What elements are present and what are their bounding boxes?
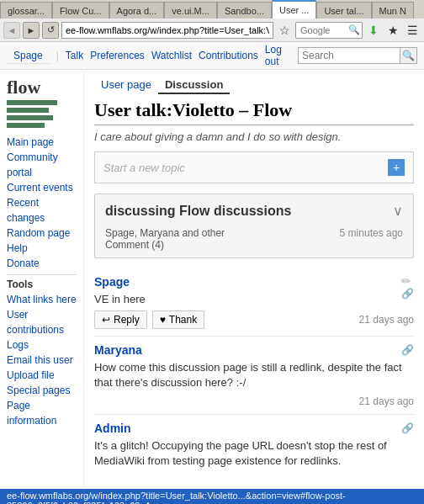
back-button[interactable]: ◄ xyxy=(3,22,20,39)
wiki-search-bar: 🔍 xyxy=(298,47,417,64)
forward-button[interactable]: ► xyxy=(23,22,40,39)
discussion-block: discussing Flow discussions ∨ Spage, Mar… xyxy=(94,194,414,258)
tab-1[interactable]: glossar... xyxy=(0,2,52,19)
browser-search-icon[interactable]: 🔍 xyxy=(348,24,360,35)
tab-2[interactable]: Flow Cu... xyxy=(52,2,109,19)
menu-icon[interactable]: ☰ xyxy=(404,22,421,39)
post-body-admin: It's a glitch! Occupying the page URL do… xyxy=(94,438,414,469)
sidebar-item-donate[interactable]: Donate xyxy=(7,256,77,271)
post-time-maryana: 21 days ago xyxy=(359,395,414,407)
posts-container: ✏ 🔗 Spage VE in here ↩ Reply ♥ Thank 21 … xyxy=(94,268,414,482)
page-subtitle: I care about giving a damn and I do so w… xyxy=(94,130,414,143)
new-topic-button[interactable]: + xyxy=(388,159,405,176)
main-content: User page Discussion User talk:Violetto … xyxy=(84,70,424,489)
thank-label: Thank xyxy=(169,314,197,326)
sidebar-divider xyxy=(7,274,77,275)
sidebar-item-user-contributions[interactable]: User contributions xyxy=(7,307,77,337)
sidebar: flow Main page Community portal Current … xyxy=(0,70,84,489)
sidebar-item-random-page[interactable]: Random page xyxy=(7,225,77,241)
sidebar-item-upload-file[interactable]: Upload file xyxy=(7,368,77,383)
link-icon-admin[interactable]: 🔗 xyxy=(401,422,414,434)
tab-7[interactable]: User tal... xyxy=(316,2,371,19)
chevron-icon[interactable]: ∨ xyxy=(393,203,403,219)
post-icons-maryana: 🔗 xyxy=(401,343,414,356)
post-maryana: 🔗 Maryana How come this discussion page … xyxy=(94,336,414,413)
sidebar-item-help[interactable]: Help xyxy=(7,241,77,256)
post-icons-admin: 🔗 xyxy=(401,422,414,434)
browser-search-input[interactable] xyxy=(298,25,348,35)
sidebar-item-current-events[interactable]: Current events xyxy=(7,180,77,195)
discussion-comment-time: 5 minutes ago xyxy=(340,227,403,239)
tab-8[interactable]: Mun N xyxy=(372,2,414,19)
sidebar-item-what-links-here[interactable]: What links here xyxy=(7,292,77,307)
sidebar-item-page-information[interactable]: Page information xyxy=(7,398,77,428)
sidebar-item-community-portal[interactable]: Community portal xyxy=(7,150,77,180)
sidebar-item-recent-changes[interactable]: Recent changes xyxy=(7,195,77,225)
sidebar-item-logs[interactable]: Logs xyxy=(7,337,77,353)
contributions-link[interactable]: Contributions xyxy=(199,50,258,61)
site-logo: flow xyxy=(7,77,77,128)
watchlist-link[interactable]: Watchlist xyxy=(151,50,192,61)
search-field-wrapper: 🔍 xyxy=(295,22,363,39)
wiki-search-button[interactable]: 🔍 xyxy=(400,48,416,63)
sidebar-nav: Main page Community portal Current event… xyxy=(7,135,77,428)
page-wrapper: flow Main page Community portal Current … xyxy=(0,70,424,489)
download-icon[interactable]: ⬇ xyxy=(365,22,382,39)
tab-discussion[interactable]: Discussion xyxy=(158,77,230,94)
post-author-admin[interactable]: Admin xyxy=(94,422,414,435)
sidebar-item-special-pages[interactable]: Special pages xyxy=(7,383,77,398)
post-time-area-maryana: 21 days ago xyxy=(94,395,414,407)
discussion-comment-count: Comment (4) xyxy=(105,239,164,251)
reply-button[interactable]: ↩ Reply xyxy=(94,310,147,329)
wiki-search-input[interactable] xyxy=(299,50,400,61)
discussion-header: discussing Flow discussions ∨ xyxy=(95,194,413,227)
address-bar[interactable] xyxy=(61,22,273,39)
page-tabs: User page Discussion xyxy=(94,77,414,94)
star-icon[interactable]: ☆ xyxy=(276,22,293,39)
logo-text: flow xyxy=(7,77,77,98)
post-time-spage: 21 days ago xyxy=(359,314,414,326)
tab-4[interactable]: ve.ui.M... xyxy=(164,2,217,19)
tab-user-page[interactable]: User page xyxy=(94,77,158,94)
preferences-link[interactable]: Preferences xyxy=(90,50,145,61)
tools-section-title: Tools xyxy=(7,279,77,290)
discussion-authors: Spage, Maryana and other xyxy=(105,227,225,239)
new-topic-box[interactable]: Start a new topic + xyxy=(94,151,414,183)
post-spage: ✏ 🔗 Spage VE in here ↩ Reply ♥ Thank 21 … xyxy=(94,268,414,336)
divider-1: | xyxy=(56,50,59,61)
post-author-spage[interactable]: Spage xyxy=(94,275,414,289)
reply-icon: ↩ xyxy=(102,314,110,326)
logo-lines xyxy=(7,100,77,128)
status-bar: ee-flow.wmflabs.org/w/index.php?title=Us… xyxy=(0,489,424,504)
page-title: User talk:Violetto – Flow xyxy=(94,99,414,125)
reply-label: Reply xyxy=(114,314,140,326)
post-body-maryana: How come this discussion page is still a… xyxy=(94,360,414,390)
bookmark-icon[interactable]: ★ xyxy=(384,22,401,39)
discussion-title: discussing Flow discussions xyxy=(105,204,291,219)
logo-line-3 xyxy=(7,115,53,120)
thank-button[interactable]: ♥ Thank xyxy=(152,310,204,329)
post-actions-spage: ↩ Reply ♥ Thank 21 days ago xyxy=(94,310,414,329)
discussion-meta: Spage, Maryana and other 5 minutes ago C… xyxy=(95,227,413,257)
browser-nav: ◄ ► ↺ ☆ 🔍 ⬇ ★ ☰ xyxy=(0,19,424,42)
new-topic-placeholder: Start a new topic xyxy=(103,162,185,174)
pencil-icon[interactable]: ✏ xyxy=(401,275,414,287)
spage-link[interactable]: Spage xyxy=(7,48,50,64)
link-icon[interactable]: 🔗 xyxy=(401,289,414,299)
status-url: ee-flow.wmflabs.org/w/index.php?title=Us… xyxy=(7,491,346,504)
reload-button[interactable]: ↺ xyxy=(42,22,59,39)
logout-link[interactable]: Log out xyxy=(265,44,291,67)
tab-active[interactable]: User ... xyxy=(272,0,316,19)
talk-link[interactable]: Talk xyxy=(66,50,83,61)
sidebar-item-email-this-user[interactable]: Email this user xyxy=(7,353,77,368)
browser-tabs: glossar... Flow Cu... Agora d... ve.ui.M… xyxy=(0,0,424,19)
link-icon-maryana[interactable]: 🔗 xyxy=(401,344,414,356)
tab-3[interactable]: Agora d... xyxy=(109,2,165,19)
logo-line-4 xyxy=(7,123,45,128)
logo-line-2 xyxy=(7,108,49,113)
tab-5[interactable]: Sandbo... xyxy=(217,2,272,19)
sidebar-item-main-page[interactable]: Main page xyxy=(7,135,77,150)
top-bar: Spage | Talk Preferences Watchlist Contr… xyxy=(0,42,424,70)
post-author-maryana[interactable]: Maryana xyxy=(94,343,414,357)
post-icons-spage: ✏ 🔗 xyxy=(401,275,414,299)
